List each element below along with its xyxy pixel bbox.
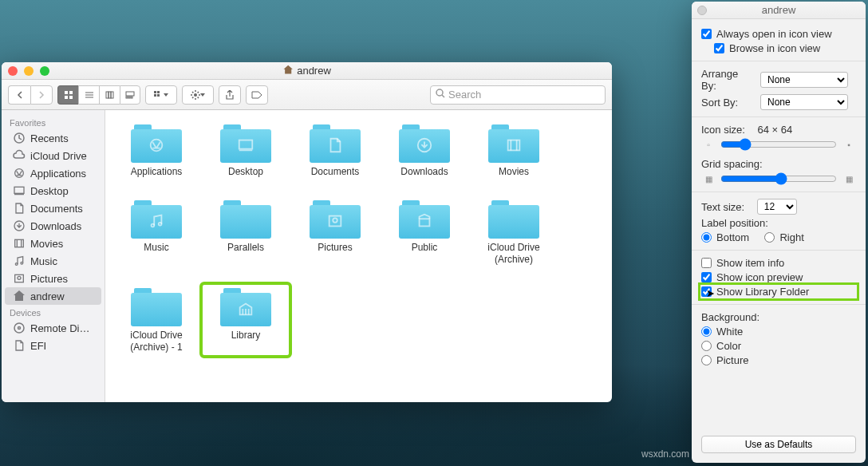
finder-titlebar[interactable]: andrew [2,62,612,80]
grid-spacing-max-icon: ▦ [842,175,856,184]
sidebar-item-movies[interactable]: Movies [5,235,101,252]
gallery-view-button[interactable] [120,85,140,105]
back-button[interactable] [8,85,30,105]
search-field[interactable]: Search [430,85,606,105]
background-color-radio[interactable] [701,341,712,351]
pictures-icon [13,272,26,285]
folder-downloads[interactable]: Downloads [380,120,469,181]
panel-titlebar[interactable]: andrew [692,2,866,19]
label-position-label: Label position: [701,217,768,229]
minimize-button[interactable] [24,66,34,76]
action-button[interactable] [182,85,214,105]
folder-icloud-drive-archive-1[interactable]: iCloud Drive (Archive) - 1 [112,283,201,357]
icon-size-max-icon: ▪ [842,140,856,149]
sidebar-item-efi[interactable]: EFI [5,337,101,354]
movies-icon [13,237,26,250]
label-position-bottom-radio[interactable] [701,232,712,243]
folder-label: Applications [131,166,183,178]
folder-music[interactable]: Music [112,195,201,269]
sidebar-item-icloud-drive[interactable]: iCloud Drive [5,147,101,164]
svg-rect-15 [157,91,160,93]
text-size-select[interactable]: 12 [757,199,797,215]
grid-spacing-label: Grid spacing: [701,158,763,170]
use-as-defaults-button[interactable]: Use as Defaults [701,436,856,453]
always-open-icon-view-checkbox[interactable] [701,29,712,39]
label-position-right-radio[interactable] [764,232,775,243]
sidebar: FavoritesRecentsiCloud DriveApplications… [2,110,105,402]
svg-rect-12 [128,97,130,98]
panel-close-button[interactable] [697,6,707,15]
desktop-icon [13,184,26,197]
folder-icon [131,199,182,239]
background-white-radio[interactable] [701,326,712,337]
content-area[interactable]: ApplicationsDesktopDocumentsDownloadsMov… [105,110,612,402]
label-position-right-label: Right [779,231,803,243]
sidebar-item-label: Applications [30,168,86,180]
folder-parallels[interactable]: Parallels [201,195,290,269]
folder-documents[interactable]: Documents [290,120,380,181]
sort-by-select[interactable]: None [760,94,848,110]
icon-size-value: 64 × 64 [758,124,793,136]
folder-label: iCloud Drive (Archive) [474,242,554,266]
folder-library[interactable]: Library [201,283,290,357]
folder-pictures[interactable]: Pictures [290,195,380,269]
text-size-label: Text size: [701,201,744,213]
sidebar-item-label: Movies [30,238,63,250]
svg-point-30 [21,262,23,264]
share-button[interactable] [219,85,241,105]
list-view-button[interactable] [78,85,99,105]
watermark: wsxdn.com [641,448,689,460]
folder-icon [131,123,182,163]
sidebar-item-downloads[interactable]: Downloads [5,217,101,235]
sidebar-item-label: Recents [30,132,69,144]
tags-button[interactable] [246,85,268,105]
show-item-info-checkbox[interactable] [701,258,712,268]
sidebar-item-documents[interactable]: Documents [5,199,101,217]
home-icon [282,65,293,77]
sidebar-item-label: Music [30,255,57,267]
background-picture-radio[interactable] [701,355,712,365]
grid-spacing-slider[interactable] [720,172,837,185]
folder-desktop[interactable]: Desktop [201,120,290,181]
svg-rect-39 [508,140,520,150]
folder-icon [220,123,271,163]
svg-rect-13 [131,97,132,98]
show-library-folder-row: Show Library Folder ➤ [701,286,856,298]
forward-button[interactable] [30,85,53,105]
svg-point-29 [15,263,18,266]
folder-icloud-drive-archive-[interactable]: iCloud Drive (Archive) [469,195,558,269]
sidebar-header: Favorites [2,115,105,129]
show-icon-preview-checkbox[interactable] [701,272,712,282]
sidebar-item-desktop[interactable]: Desktop [5,182,101,199]
icon-size-slider[interactable] [720,138,837,151]
disc-icon [13,322,26,334]
browse-icon-view-checkbox[interactable] [714,43,724,53]
finder-body: FavoritesRecentsiCloud DriveApplications… [2,110,612,402]
folder-icon [399,123,450,163]
music-icon [13,255,26,267]
sidebar-item-remote-di-[interactable]: Remote Di… [5,319,101,337]
sidebar-item-applications[interactable]: Applications [5,164,101,182]
folder-label: Library [231,330,261,342]
sidebar-item-music[interactable]: Music [5,252,101,270]
sidebar-item-pictures[interactable]: Pictures [5,270,101,287]
sidebar-item-andrew[interactable]: andrew [5,287,101,305]
arrange-by-select[interactable]: None [760,72,848,88]
panel-body: Always open in icon view Browse in icon … [692,19,866,428]
sidebar-item-label: Remote Di… [30,322,89,334]
show-library-folder-checkbox[interactable] [701,286,712,297]
folder-label: Music [144,242,168,254]
icon-view-button[interactable] [57,85,78,105]
svg-point-35 [151,139,163,151]
column-view-button[interactable] [99,85,120,105]
sidebar-header: Devices [2,305,105,319]
group-button[interactable] [145,85,177,105]
folder-public[interactable]: Public [380,195,469,269]
background-color-label: Color [716,340,741,352]
sidebar-item-recents[interactable]: Recents [5,129,101,147]
folder-applications[interactable]: Applications [112,120,201,181]
svg-rect-36 [239,140,253,148]
close-button[interactable] [8,66,18,76]
folder-movies[interactable]: Movies [469,120,558,181]
zoom-button[interactable] [40,66,49,76]
